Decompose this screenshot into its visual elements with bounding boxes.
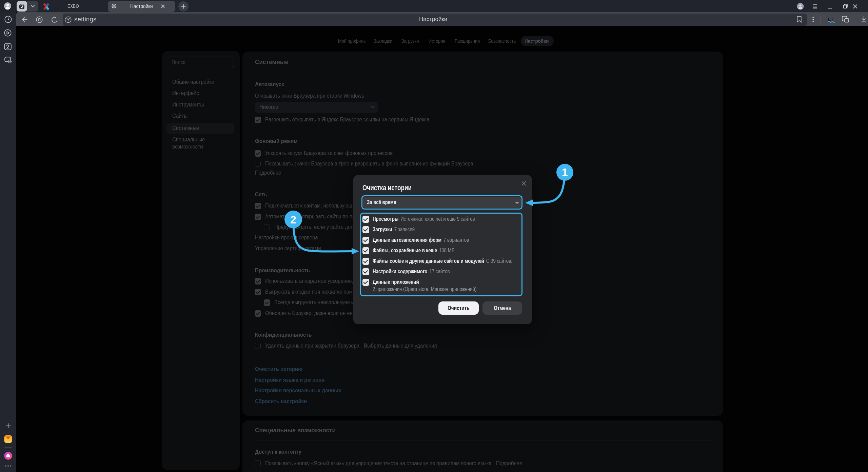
svg-text:Я: Я bbox=[38, 18, 41, 22]
